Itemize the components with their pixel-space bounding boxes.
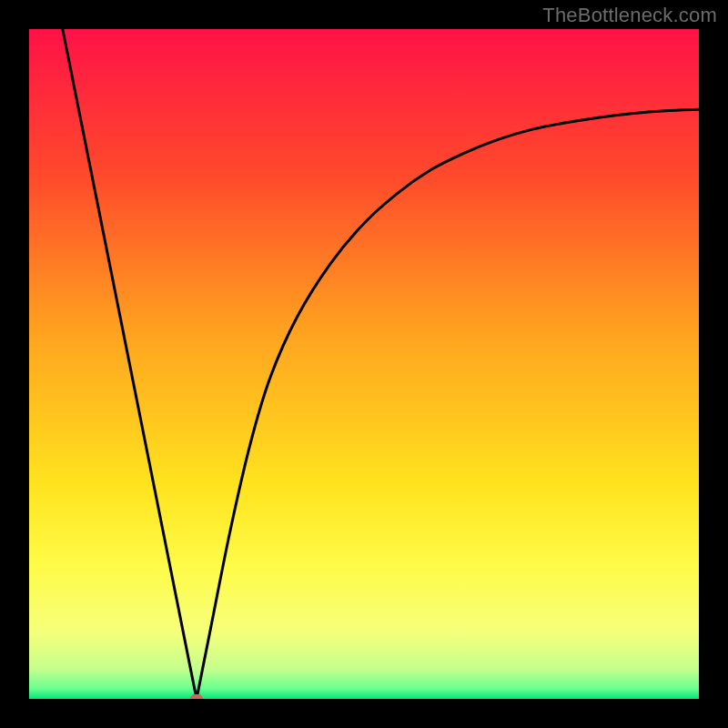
plot-area: [29, 29, 699, 699]
chart-frame: TheBottleneck.com: [0, 0, 728, 728]
bottleneck-curve: [29, 29, 699, 699]
optimal-point-marker: [190, 694, 203, 699]
watermark-text: TheBottleneck.com: [542, 4, 717, 27]
